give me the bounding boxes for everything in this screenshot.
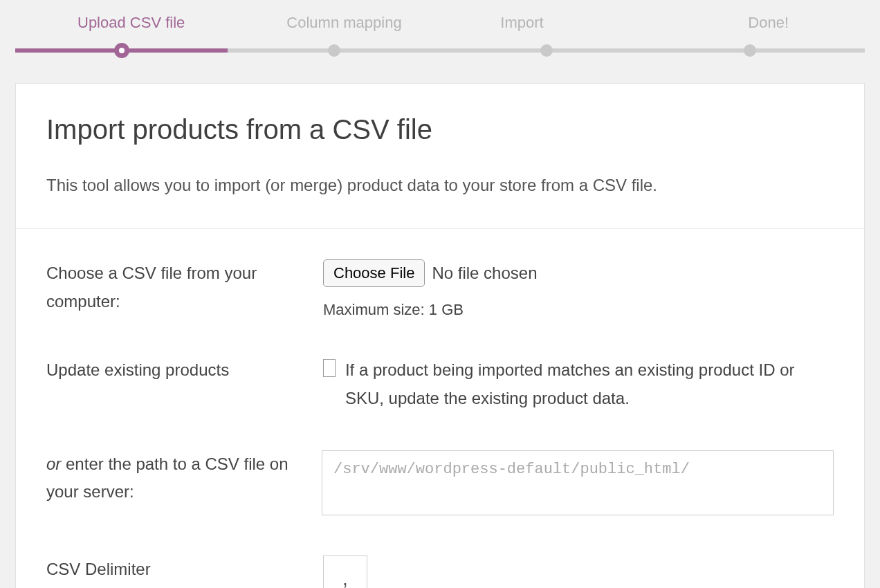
label-delimiter: CSV Delimiter <box>46 555 323 584</box>
max-size-text: Maximum size: 1 GB <box>323 301 834 319</box>
control-update-existing: If a product being imported matches an e… <box>323 356 834 413</box>
file-picker: Choose File No file chosen <box>323 259 834 287</box>
progress-stepper: Upload CSV file Column mapping Import Do… <box>0 0 880 53</box>
row-delimiter: CSV Delimiter <box>46 555 834 588</box>
import-form: Choose a CSV file from your computer: Ch… <box>16 229 864 588</box>
progress-dot-done <box>744 44 756 57</box>
label-path-rest: enter the path to a CSV file on your ser… <box>46 454 288 502</box>
no-file-chosen-text: No file chosen <box>432 264 537 283</box>
step-upload[interactable]: Upload CSV file <box>15 14 255 32</box>
control-choose-file: Choose File No file chosen Maximum size:… <box>323 259 834 319</box>
step-done: Done! <box>611 14 865 32</box>
control-delimiter <box>323 555 834 588</box>
progress-dot-upload <box>114 43 129 58</box>
label-choose-file: Choose a CSV file from your computer: <box>46 259 323 316</box>
import-panel: Import products from a CSV file This too… <box>15 83 865 588</box>
update-existing-description: If a product being imported matches an e… <box>345 356 834 413</box>
choose-file-button[interactable]: Choose File <box>323 259 425 287</box>
row-choose-file: Choose a CSV file from your computer: Ch… <box>46 259 834 319</box>
progress-bar <box>15 48 865 53</box>
row-server-path: or enter the path to a CSV file on your … <box>46 450 834 518</box>
step-import: Import <box>433 14 611 32</box>
label-server-path: or enter the path to a CSV file on your … <box>46 450 322 507</box>
label-or-prefix: or <box>46 454 61 473</box>
checkbox-row: If a product being imported matches an e… <box>323 356 834 413</box>
progress-labels: Upload CSV file Column mapping Import Do… <box>15 14 865 32</box>
step-column-mapping: Column mapping <box>255 14 433 32</box>
page-title: Import products from a CSV file <box>46 114 834 145</box>
label-update-existing: Update existing products <box>46 356 323 385</box>
delimiter-input[interactable] <box>323 555 367 588</box>
control-server-path <box>322 450 834 518</box>
update-existing-checkbox[interactable] <box>323 359 336 377</box>
row-update-existing: Update existing products If a product be… <box>46 356 834 413</box>
panel-header: Import products from a CSV file This too… <box>16 84 864 229</box>
progress-dot-import <box>540 44 553 57</box>
progress-dot-column-mapping <box>328 44 340 57</box>
server-path-input[interactable] <box>322 450 834 515</box>
page-description: This tool allows you to import (or merge… <box>46 173 834 198</box>
